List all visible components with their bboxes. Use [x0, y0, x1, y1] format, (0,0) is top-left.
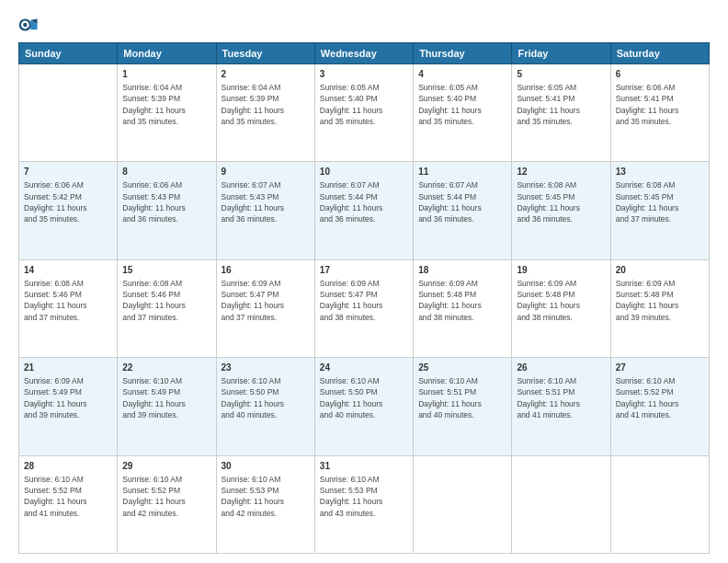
day-number: 2 — [222, 68, 310, 81]
day-number: 16 — [222, 264, 310, 277]
day-cell: 2Sunrise: 6:04 AM Sunset: 5:39 PM Daylig… — [216, 64, 314, 162]
day-number: 17 — [320, 264, 408, 277]
day-cell — [512, 455, 610, 553]
day-info: Sunrise: 6:09 AM Sunset: 5:49 PM Dayligh… — [24, 375, 112, 420]
week-row-4: 21Sunrise: 6:09 AM Sunset: 5:49 PM Dayli… — [19, 358, 710, 455]
page: SundayMondayTuesdayWednesdayThursdayFrid… — [0, 0, 728, 563]
day-number: 23 — [222, 362, 310, 374]
day-cell: 9Sunrise: 6:07 AM Sunset: 5:43 PM Daylig… — [216, 162, 314, 259]
day-cell: 27Sunrise: 6:10 AM Sunset: 5:52 PM Dayli… — [610, 358, 709, 455]
day-number: 9 — [222, 166, 310, 178]
day-number: 19 — [517, 264, 605, 277]
day-number: 26 — [517, 362, 605, 374]
day-cell: 19Sunrise: 6:09 AM Sunset: 5:48 PM Dayli… — [512, 259, 610, 357]
day-number: 27 — [616, 362, 704, 374]
logo — [18, 15, 42, 35]
day-number: 14 — [24, 264, 112, 277]
week-row-2: 7Sunrise: 6:06 AM Sunset: 5:42 PM Daylig… — [19, 162, 710, 259]
day-info: Sunrise: 6:08 AM Sunset: 5:46 PM Dayligh… — [122, 278, 210, 323]
day-cell: 22Sunrise: 6:10 AM Sunset: 5:49 PM Dayli… — [118, 358, 216, 455]
day-cell: 25Sunrise: 6:10 AM Sunset: 5:51 PM Dayli… — [414, 358, 512, 455]
day-number: 1 — [122, 68, 210, 81]
day-info: Sunrise: 6:09 AM Sunset: 5:48 PM Dayligh… — [616, 278, 704, 323]
day-number: 20 — [616, 264, 704, 277]
day-info: Sunrise: 6:06 AM Sunset: 5:42 PM Dayligh… — [24, 179, 112, 224]
day-info: Sunrise: 6:04 AM Sunset: 5:39 PM Dayligh… — [122, 82, 210, 127]
day-info: Sunrise: 6:05 AM Sunset: 5:40 PM Dayligh… — [320, 82, 408, 127]
day-info: Sunrise: 6:06 AM Sunset: 5:41 PM Dayligh… — [616, 82, 704, 127]
day-cell: 31Sunrise: 6:10 AM Sunset: 5:53 PM Dayli… — [314, 455, 413, 553]
day-info: Sunrise: 6:07 AM Sunset: 5:44 PM Dayligh… — [320, 179, 408, 224]
day-number: 6 — [616, 68, 704, 81]
calendar-header: SundayMondayTuesdayWednesdayThursdayFrid… — [19, 43, 710, 64]
day-cell: 4Sunrise: 6:05 AM Sunset: 5:40 PM Daylig… — [414, 64, 512, 162]
day-info: Sunrise: 6:10 AM Sunset: 5:51 PM Dayligh… — [517, 375, 605, 420]
day-number: 10 — [320, 166, 408, 178]
day-info: Sunrise: 6:07 AM Sunset: 5:43 PM Dayligh… — [222, 179, 310, 224]
svg-point-2 — [23, 23, 27, 27]
day-info: Sunrise: 6:10 AM Sunset: 5:52 PM Dayligh… — [122, 474, 210, 519]
day-info: Sunrise: 6:04 AM Sunset: 5:39 PM Dayligh… — [222, 82, 310, 127]
day-info: Sunrise: 6:09 AM Sunset: 5:48 PM Dayligh… — [517, 278, 605, 323]
day-cell: 6Sunrise: 6:06 AM Sunset: 5:41 PM Daylig… — [610, 64, 709, 162]
day-cell: 16Sunrise: 6:09 AM Sunset: 5:47 PM Dayli… — [216, 259, 314, 357]
day-number: 18 — [418, 264, 506, 277]
day-number: 31 — [320, 460, 408, 473]
day-info: Sunrise: 6:10 AM Sunset: 5:50 PM Dayligh… — [320, 375, 408, 420]
header-cell-thursday: Thursday — [414, 43, 512, 64]
header-cell-sunday: Sunday — [19, 43, 118, 64]
day-info: Sunrise: 6:09 AM Sunset: 5:48 PM Dayligh… — [418, 278, 506, 323]
day-info: Sunrise: 6:08 AM Sunset: 5:45 PM Dayligh… — [616, 179, 704, 224]
day-cell: 14Sunrise: 6:08 AM Sunset: 5:46 PM Dayli… — [19, 259, 118, 357]
day-number: 15 — [122, 264, 210, 277]
day-info: Sunrise: 6:10 AM Sunset: 5:49 PM Dayligh… — [122, 375, 210, 420]
day-info: Sunrise: 6:08 AM Sunset: 5:45 PM Dayligh… — [517, 179, 605, 224]
header-cell-saturday: Saturday — [610, 43, 709, 64]
day-cell — [414, 455, 512, 553]
day-number: 3 — [320, 68, 408, 81]
day-info: Sunrise: 6:10 AM Sunset: 5:50 PM Dayligh… — [222, 375, 310, 420]
day-number: 24 — [320, 362, 408, 374]
day-number: 13 — [616, 166, 704, 178]
calendar-body: 1Sunrise: 6:04 AM Sunset: 5:39 PM Daylig… — [19, 64, 710, 554]
day-cell — [610, 455, 709, 553]
day-cell: 13Sunrise: 6:08 AM Sunset: 5:45 PM Dayli… — [610, 162, 709, 259]
day-info: Sunrise: 6:10 AM Sunset: 5:53 PM Dayligh… — [320, 474, 408, 519]
day-info: Sunrise: 6:05 AM Sunset: 5:40 PM Dayligh… — [418, 82, 506, 127]
day-cell: 23Sunrise: 6:10 AM Sunset: 5:50 PM Dayli… — [216, 358, 314, 455]
day-cell: 30Sunrise: 6:10 AM Sunset: 5:53 PM Dayli… — [216, 455, 314, 553]
header-row: SundayMondayTuesdayWednesdayThursdayFrid… — [19, 43, 710, 64]
day-info: Sunrise: 6:10 AM Sunset: 5:53 PM Dayligh… — [222, 474, 310, 519]
day-cell: 11Sunrise: 6:07 AM Sunset: 5:44 PM Dayli… — [414, 162, 512, 259]
day-cell: 18Sunrise: 6:09 AM Sunset: 5:48 PM Dayli… — [414, 259, 512, 357]
header-cell-tuesday: Tuesday — [216, 43, 314, 64]
logo-icon — [18, 15, 39, 35]
header-cell-monday: Monday — [118, 43, 216, 64]
day-cell: 24Sunrise: 6:10 AM Sunset: 5:50 PM Dayli… — [314, 358, 413, 455]
day-number: 29 — [122, 460, 210, 473]
week-row-5: 28Sunrise: 6:10 AM Sunset: 5:52 PM Dayli… — [19, 455, 710, 553]
day-info: Sunrise: 6:07 AM Sunset: 5:44 PM Dayligh… — [418, 179, 506, 224]
day-cell: 1Sunrise: 6:04 AM Sunset: 5:39 PM Daylig… — [118, 64, 216, 162]
day-number: 25 — [418, 362, 506, 374]
day-info: Sunrise: 6:06 AM Sunset: 5:43 PM Dayligh… — [122, 179, 210, 224]
day-number: 30 — [222, 460, 310, 473]
day-cell — [19, 64, 118, 162]
week-row-1: 1Sunrise: 6:04 AM Sunset: 5:39 PM Daylig… — [19, 64, 710, 162]
header-cell-friday: Friday — [512, 43, 610, 64]
day-number: 21 — [24, 362, 112, 374]
day-cell: 21Sunrise: 6:09 AM Sunset: 5:49 PM Dayli… — [19, 358, 118, 455]
day-info: Sunrise: 6:09 AM Sunset: 5:47 PM Dayligh… — [320, 278, 408, 323]
header — [18, 15, 710, 35]
day-info: Sunrise: 6:10 AM Sunset: 5:52 PM Dayligh… — [616, 375, 704, 420]
day-number: 8 — [122, 166, 210, 178]
day-number: 12 — [517, 166, 605, 178]
day-cell: 17Sunrise: 6:09 AM Sunset: 5:47 PM Dayli… — [314, 259, 413, 357]
day-info: Sunrise: 6:10 AM Sunset: 5:52 PM Dayligh… — [24, 474, 112, 519]
week-row-3: 14Sunrise: 6:08 AM Sunset: 5:46 PM Dayli… — [19, 259, 710, 357]
day-number: 22 — [122, 362, 210, 374]
day-cell: 28Sunrise: 6:10 AM Sunset: 5:52 PM Dayli… — [19, 455, 118, 553]
day-info: Sunrise: 6:08 AM Sunset: 5:46 PM Dayligh… — [24, 278, 112, 323]
day-cell: 15Sunrise: 6:08 AM Sunset: 5:46 PM Dayli… — [118, 259, 216, 357]
day-number: 7 — [24, 166, 112, 178]
